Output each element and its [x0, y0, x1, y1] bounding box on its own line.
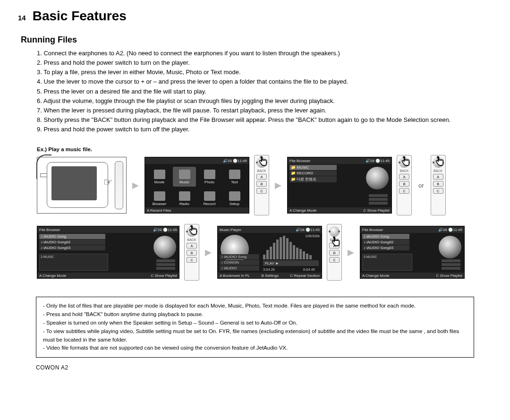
lever-press-center: BACK A B C — [397, 155, 412, 215]
note-item: - Speaker is turned on only when the Spe… — [43, 319, 467, 327]
hand-pointer-icon: ☞ — [103, 176, 113, 189]
lever-push-right: BACK A B C — [431, 155, 446, 215]
section-heading: Running Files — [21, 35, 492, 45]
lever-press-center: BACK A B C — [254, 155, 269, 215]
screenshot-file-browser-1: File Browser 🔊28 🕘11:45 📁 MUSIC 📁 RECORD… — [287, 157, 392, 214]
step-item: 2. Press and hold the power switch to tu… — [37, 58, 492, 68]
note-item: - To view subtitles while playing video,… — [43, 327, 467, 344]
step-item: 1. Connect the earphones to A2. (No need… — [37, 49, 492, 58]
steps-list: 1. Connect the earphones to A2. (No need… — [37, 49, 492, 134]
screenshot-mode-select: 🔊28 🕘11:45 Movie Music Photo Text Browse… — [144, 157, 249, 214]
step-item: 4. Use the lever to move the cursor to +… — [37, 77, 492, 86]
step-item: 9. Press and hold the power switch to tu… — [37, 125, 492, 134]
note-item: - Video file formats that are not suppor… — [43, 344, 467, 352]
page-title: Basic Features — [33, 9, 127, 24]
screenshot-file-browser-3: File Browser 🔊28 🕘11:45 ♪ iAUDIO Song ♪ … — [360, 226, 465, 279]
screenshot-file-browser-2: File Browser 🔊28 🕘11:45 ♪ iAUDIO Song ♪ … — [37, 226, 179, 279]
page-number: 14 — [18, 14, 26, 22]
step-item: 3. To play a file, press the lever in ei… — [37, 68, 492, 77]
example-label: Ex.) Play a music file. — [37, 146, 492, 152]
lever-press-back: BACK A B C — [327, 224, 342, 281]
step-item: 6. Adjust the volume, toggle through the… — [37, 96, 492, 106]
flow-arrow-icon: ▶ — [132, 180, 139, 190]
footer-model: COWON A2 — [36, 364, 492, 371]
lever-press-center: BACK A B C — [184, 224, 199, 281]
device-illustration: ☞ — [37, 157, 127, 214]
diagram-row-2: File Browser 🔊28 🕘11:45 ♪ iAUDIO Song ♪ … — [37, 224, 492, 281]
flow-arrow-icon: ▶ — [275, 180, 281, 190]
diagram-row-1: ☞ ▶ 🔊28 🕘11:45 Movie Music Photo Text Br… — [37, 155, 492, 215]
step-item: 8. Shortly press the "BACK" button durin… — [37, 115, 492, 125]
flow-arrow-icon: ▶ — [205, 247, 212, 257]
screenshot-music-player: Music Player 🔊28 🕘11:45 128/320k ♪ iAUDI… — [217, 226, 322, 279]
notes-box: - Only the list of files that are playab… — [36, 297, 474, 358]
step-item: 5. Press the lever on a desired file and… — [37, 87, 492, 96]
step-item: 7. When the lever is pressed during play… — [37, 106, 492, 115]
flow-arrow-icon: ▶ — [348, 247, 354, 257]
or-label: or — [418, 182, 424, 189]
note-item: - Only the list of files that are playab… — [43, 302, 467, 310]
note-item: - Press and hold "BACK" button anytime d… — [43, 310, 467, 319]
